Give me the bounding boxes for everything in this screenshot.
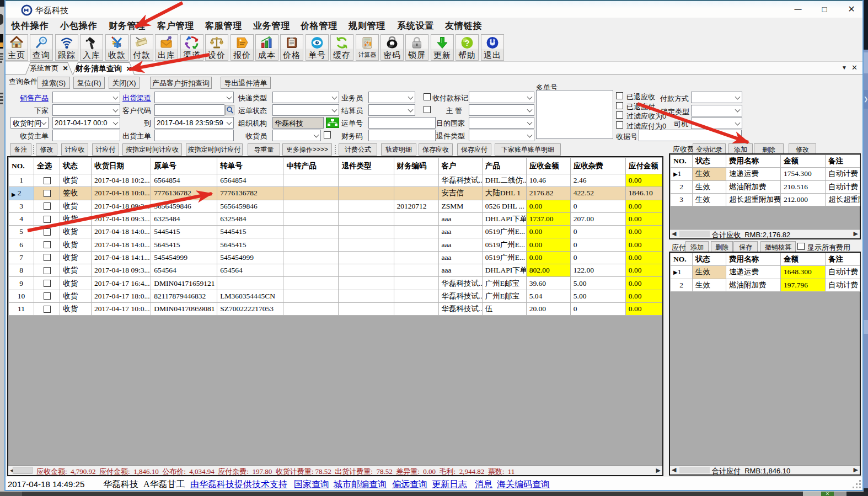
svg-text:?: ? bbox=[464, 38, 469, 47]
